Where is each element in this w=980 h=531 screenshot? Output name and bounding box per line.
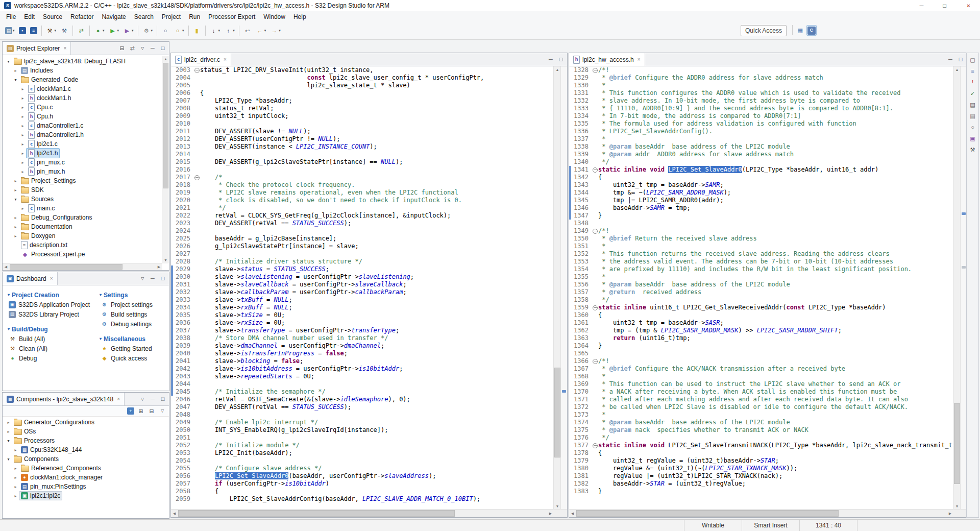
code-line-2027[interactable]: 2027 bbox=[171, 250, 554, 258]
code-line-2042[interactable]: 2042 slave->is10bitAddress = userConfigP… bbox=[171, 365, 554, 373]
code-line-2023[interactable]: 2023 DEV_ASSERT(retVal == STATUS_SUCCESS… bbox=[171, 220, 554, 227]
code-line-1337[interactable]: 1337 * bbox=[569, 135, 953, 143]
tree-item-pin-mux-c[interactable]: ▸cpin_mux.c bbox=[3, 158, 162, 167]
link-editor-button[interactable]: ⇄ bbox=[128, 44, 137, 53]
code-line-1371[interactable]: 1371 * called after each matching addres… bbox=[569, 396, 953, 403]
code-line-1354[interactable]: 1354 * are prefixed by 11110) and includ… bbox=[569, 266, 953, 273]
code-line-1375[interactable]: 1375 * @param nack specifies whether to … bbox=[569, 426, 953, 434]
tree-item-generator-configurations[interactable]: ▸Generator_Configurations bbox=[3, 418, 162, 427]
code-line-2020[interactable]: 2020 * clock is disabled, so we don't ne… bbox=[171, 197, 554, 204]
code-line-2018[interactable]: 2018 * Check the protocol clock frequenc… bbox=[171, 181, 554, 189]
menu-project[interactable]: Project bbox=[158, 12, 185, 21]
next-annotation-button[interactable]: ↓▾ bbox=[208, 24, 223, 37]
code-line-1333[interactable]: 1333 * { 11110, ADDR0[10:9] } and the se… bbox=[569, 105, 953, 112]
tree-item-referenced-components[interactable]: ▸Referenced_Components bbox=[3, 464, 162, 473]
code-line-2045[interactable]: 2045 /* Initialize the semaphore */ bbox=[171, 388, 554, 396]
chevron-collapsed-icon[interactable]: ▸ bbox=[19, 124, 26, 128]
code-line-1363[interactable]: 1363 return (uint16_t)tmp; bbox=[569, 334, 953, 342]
tree-item-includes[interactable]: ▸▤Includes bbox=[3, 66, 162, 75]
code-line-2025[interactable]: 2025 baseAddr = g_lpi2cBase[instance]; bbox=[171, 235, 554, 243]
code-line-2013[interactable]: 2013 DEV_ASSERT(instance < LPI2C_INSTANC… bbox=[171, 143, 554, 151]
code-line-1336[interactable]: 1336 * LPI2C_Set_SlaveAddrConfig(). bbox=[569, 128, 953, 135]
chevron-expanded-icon[interactable]: ▾ bbox=[12, 78, 19, 82]
occurrence-marker[interactable] bbox=[562, 390, 566, 393]
fold-marker-icon[interactable] bbox=[593, 68, 598, 73]
code-line-2038[interactable]: 2038 /* Store DMA channel number used in… bbox=[171, 334, 554, 342]
occurrence-marker[interactable] bbox=[962, 212, 966, 215]
code-line-2035[interactable]: 2035 slave->txSize = 0U; bbox=[171, 311, 554, 319]
menu-help[interactable]: Help bbox=[289, 12, 310, 21]
code-line-1347[interactable]: 1347} bbox=[569, 212, 953, 220]
tasks-button[interactable]: ✓ bbox=[968, 89, 977, 98]
dashboard-link-debug[interactable]: ●Debug bbox=[8, 353, 94, 363]
annotation-marker[interactable] bbox=[962, 266, 966, 269]
chevron-collapsed-icon[interactable]: ▸ bbox=[12, 68, 19, 73]
section-collapse-icon[interactable]: ▾ bbox=[8, 327, 10, 331]
tree-item-clockman1-c[interactable]: ▸cclockMan1.c bbox=[3, 84, 162, 93]
code-line-1381[interactable]: 1381 regValue |= (uint32_t)LPI2C_STAR_TX… bbox=[569, 472, 953, 480]
code-line-2033[interactable]: 2033 slave->txBuff = NULL; bbox=[171, 296, 554, 304]
code-line-2021[interactable]: 2021 */ bbox=[171, 204, 554, 212]
close-view-icon[interactable]: × bbox=[117, 396, 120, 402]
minimize-editor-button[interactable]: ─ bbox=[546, 55, 555, 64]
chevron-collapsed-icon[interactable]: ▸ bbox=[19, 142, 26, 147]
code-line-2010[interactable]: 2010 bbox=[171, 120, 554, 128]
tree-item-debug-configurations[interactable]: ▸Debug_Configurations bbox=[3, 213, 162, 222]
maximize-button[interactable]: □ bbox=[158, 44, 167, 53]
code-line-1361[interactable]: 1361 uint32_t tmp = baseAddr->SASR; bbox=[569, 319, 953, 327]
view-tab-project-explorer[interactable]: ▤ Project Explorer × bbox=[3, 42, 71, 55]
code-line-2032[interactable]: 2032 slave->callbackParam = userConfigPt… bbox=[171, 288, 554, 296]
menu-processor-expert[interactable]: Processor Expert bbox=[204, 12, 259, 21]
code-line-1380[interactable]: 1380 regValue &= (uint32_t)(~(LPI2C_STAR… bbox=[569, 465, 953, 472]
code-line-2019[interactable]: 2019 * LPI2C slave remains operational, … bbox=[171, 189, 554, 197]
properties-button[interactable]: ▤ bbox=[968, 111, 977, 120]
tree-item-processors[interactable]: ▾Processors bbox=[3, 436, 162, 445]
code-line-1332[interactable]: 1332 * slave address. In 10-bit mode, th… bbox=[569, 97, 953, 105]
code-line-1355[interactable]: 1355 * bbox=[569, 273, 953, 281]
view-tab-dashboard[interactable]: ▣ Dashboard × bbox=[3, 272, 58, 285]
close-view-icon[interactable]: × bbox=[63, 45, 66, 51]
code-line-2046[interactable]: 2046 retVal = OSIF_SemaCreate(&(slave->i… bbox=[171, 396, 554, 403]
code-line-1330[interactable]: 1330 * bbox=[569, 82, 953, 89]
dashboard-link-build-all[interactable]: ⚒Build (All) bbox=[8, 334, 94, 344]
code-line-1341[interactable]: 1341static inline void LPI2C_Set_SlaveAd… bbox=[569, 166, 953, 174]
close-window-button[interactable]: ✕ bbox=[957, 0, 980, 11]
code-line-1358[interactable]: 1358 */ bbox=[569, 296, 953, 304]
chevron-collapsed-icon[interactable]: ▸ bbox=[12, 485, 19, 489]
code-line-1352[interactable]: 1352 * This function returns the receive… bbox=[569, 250, 953, 258]
build-all-button[interactable]: ⚒ bbox=[58, 24, 70, 37]
dashboard-link-s32ds-application-project[interactable]: ▣S32DS Application Project bbox=[8, 300, 94, 309]
section-collapse-icon[interactable]: ▾ bbox=[8, 293, 10, 297]
code-line-1334[interactable]: 1334 * In 7-bit mode, the address is com… bbox=[569, 112, 953, 120]
code-line-2026[interactable]: 2026 g_lpi2cSlaveStatePtr[instance] = sl… bbox=[171, 243, 554, 250]
tree-item-cpu-h[interactable]: ▸hCpu.h bbox=[3, 112, 162, 121]
minimize-button[interactable]: ─ bbox=[148, 44, 157, 53]
vertical-scrollbar[interactable]: ▲▼ bbox=[162, 56, 169, 263]
section-collapse-icon[interactable]: ▾ bbox=[100, 336, 102, 341]
dashboard-link-quick-access[interactable]: ◆Quick access bbox=[100, 353, 166, 363]
code-line-1349[interactable]: 1349/*! bbox=[569, 227, 953, 235]
code-line-1366[interactable]: 1366/*! bbox=[569, 357, 953, 365]
tree-item-clockman1-clock-manager[interactable]: ▸●clockMan1:clock_manager bbox=[3, 473, 162, 482]
code-line-2006[interactable]: 2006{ bbox=[171, 89, 554, 97]
view-menu-button[interactable]: ▽ bbox=[138, 274, 147, 283]
code-line-1331[interactable]: 1331 * This function configures the ADDR… bbox=[569, 89, 953, 97]
code-line-1350[interactable]: 1350 * @brief Return the received slave … bbox=[569, 235, 953, 243]
code-line-1351[interactable]: 1351 * bbox=[569, 243, 953, 250]
maximize-button[interactable]: □ bbox=[158, 395, 167, 404]
tree-item-lpi2c1-lpi2c[interactable]: ▸▣lpi2c1:lpi2c bbox=[3, 491, 162, 500]
code-line-2037[interactable]: 2037 slave->transferType = userConfigPtr… bbox=[171, 327, 554, 334]
search-button[interactable]: ○▾ bbox=[172, 24, 186, 37]
chevron-collapsed-icon[interactable]: ▸ bbox=[19, 160, 26, 165]
menu-refactor[interactable]: Refactor bbox=[66, 12, 97, 21]
code-line-1340[interactable]: 1340 */ bbox=[569, 158, 953, 166]
chevron-collapsed-icon[interactable]: ▸ bbox=[19, 206, 26, 211]
dashboard-link-getting-started[interactable]: ★Getting Started bbox=[100, 344, 166, 353]
dropdown-caret-icon[interactable]: ▾ bbox=[218, 29, 220, 33]
code-line-1382[interactable]: 1382 baseAddr->STAR = (uint32_t)regValue… bbox=[569, 480, 953, 488]
editor-tab-lpi2c-driver-c[interactable]: c lpi2c_driver.c × bbox=[171, 53, 231, 66]
code-line-1346[interactable]: 1346 baseAddr->SAMR = tmp; bbox=[569, 204, 953, 212]
view-menu-button[interactable]: ▽ bbox=[138, 44, 147, 53]
save-all-button[interactable]: ≡ bbox=[28, 24, 39, 37]
fold-marker-icon[interactable] bbox=[593, 167, 598, 173]
